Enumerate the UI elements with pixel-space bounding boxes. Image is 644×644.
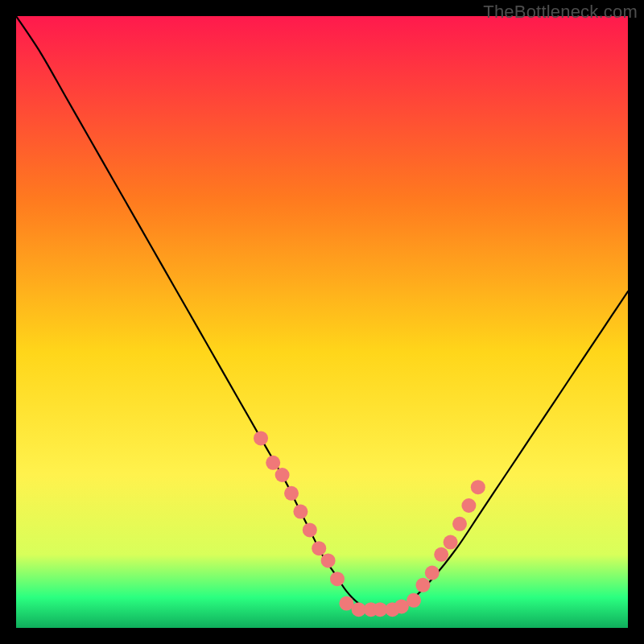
highlight-dot [293,505,308,519]
bottleneck-curve-chart [16,16,628,628]
highlight-dot [312,541,326,555]
highlight-dot [330,572,345,586]
highlight-dot [284,486,299,501]
highlight-dot [425,566,440,580]
highlight-dot [254,431,268,445]
highlight-dot [434,547,448,562]
highlight-dot [415,578,430,592]
highlight-dot [303,522,317,537]
plot-area [16,16,628,628]
highlight-dot [444,535,458,550]
highlight-dot [407,593,421,608]
highlight-dot [471,480,485,494]
highlight-dot [266,456,280,470]
highlight-dot [275,468,290,482]
chart-stage: TheBottleneck.com [0,0,644,644]
gradient-background [16,16,628,628]
highlight-dot [461,498,476,513]
highlight-dot [452,517,467,531]
highlight-dot [321,553,336,568]
